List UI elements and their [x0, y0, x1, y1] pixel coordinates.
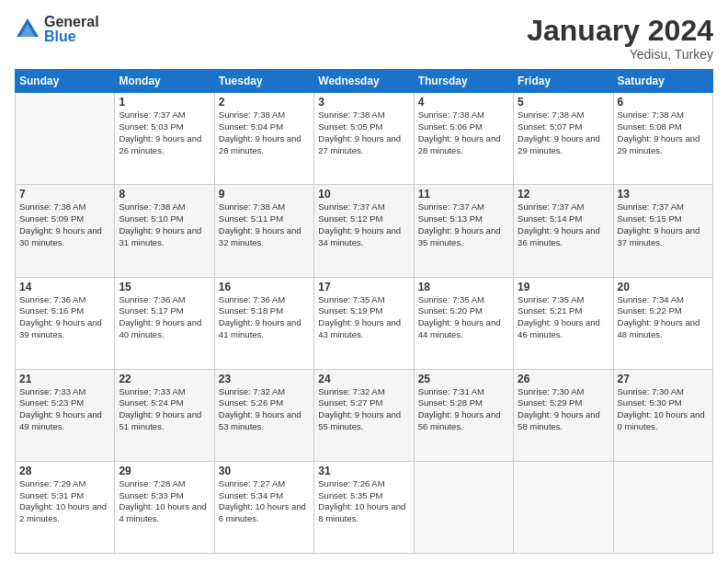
sun-info: Sunrise: 7:35 AMSunset: 5:20 PMDaylight:…: [418, 294, 509, 341]
calendar-table: SundayMondayTuesdayWednesdayThursdayFrid…: [15, 69, 713, 554]
day-number: 2: [219, 96, 310, 109]
title-area: January 2024 Yedisu, Turkey: [527, 15, 713, 62]
day-number: 13: [618, 188, 709, 201]
day-number: 21: [19, 373, 110, 385]
sun-info: Sunrise: 7:37 AMSunset: 5:12 PMDaylight:…: [318, 201, 409, 248]
sun-info: Sunrise: 7:38 AMSunset: 5:04 PMDaylight:…: [219, 109, 310, 156]
logo: General Blue: [15, 15, 99, 44]
day-number: 8: [119, 188, 210, 201]
header-cell-saturday: Saturday: [613, 70, 712, 93]
calendar-header: SundayMondayTuesdayWednesdayThursdayFrid…: [16, 70, 713, 93]
sun-info: Sunrise: 7:38 AMSunset: 5:06 PMDaylight:…: [418, 109, 509, 156]
logo-icon: [15, 17, 40, 42]
sun-info: Sunrise: 7:33 AMSunset: 5:24 PMDaylight:…: [119, 386, 210, 433]
logo-general: General: [44, 15, 99, 29]
sun-info: Sunrise: 7:35 AMSunset: 5:21 PMDaylight:…: [518, 294, 609, 341]
day-number: 1: [119, 96, 210, 109]
calendar-cell: [613, 461, 712, 553]
day-number: 29: [119, 465, 210, 477]
sun-info: Sunrise: 7:37 AMSunset: 5:03 PMDaylight:…: [119, 109, 210, 156]
day-number: 6: [618, 96, 709, 109]
calendar-cell: 21Sunrise: 7:33 AMSunset: 5:23 PMDayligh…: [16, 369, 115, 461]
day-number: 17: [318, 281, 409, 293]
calendar-cell: 20Sunrise: 7:34 AMSunset: 5:22 PMDayligh…: [613, 277, 712, 369]
sun-info: Sunrise: 7:36 AMSunset: 5:16 PMDaylight:…: [19, 294, 110, 341]
page: General Blue January 2024 Yedisu, Turkey…: [0, 0, 728, 563]
calendar-week-4: 21Sunrise: 7:33 AMSunset: 5:23 PMDayligh…: [16, 369, 713, 461]
calendar-cell: 11Sunrise: 7:37 AMSunset: 5:13 PMDayligh…: [414, 185, 513, 277]
calendar-body: 1Sunrise: 7:37 AMSunset: 5:03 PMDaylight…: [16, 93, 713, 554]
calendar-cell: 8Sunrise: 7:38 AMSunset: 5:10 PMDaylight…: [115, 185, 214, 277]
calendar-cell: 22Sunrise: 7:33 AMSunset: 5:24 PMDayligh…: [115, 369, 214, 461]
day-number: 27: [618, 373, 709, 385]
day-number: 16: [219, 281, 310, 293]
header-cell-friday: Friday: [514, 70, 613, 93]
calendar-cell: 18Sunrise: 7:35 AMSunset: 5:20 PMDayligh…: [414, 277, 513, 369]
logo-text: General Blue: [44, 15, 99, 44]
day-number: 31: [318, 465, 409, 477]
sun-info: Sunrise: 7:38 AMSunset: 5:08 PMDaylight:…: [618, 109, 709, 156]
sun-info: Sunrise: 7:33 AMSunset: 5:23 PMDaylight:…: [19, 386, 110, 433]
header: General Blue January 2024 Yedisu, Turkey: [15, 15, 713, 62]
header-cell-wednesday: Wednesday: [314, 70, 414, 93]
calendar-week-3: 14Sunrise: 7:36 AMSunset: 5:16 PMDayligh…: [16, 277, 713, 369]
day-number: 28: [19, 465, 110, 477]
sun-info: Sunrise: 7:26 AMSunset: 5:35 PMDaylight:…: [318, 478, 409, 525]
day-number: 9: [219, 188, 310, 201]
month-title: January 2024: [527, 15, 713, 47]
calendar-cell: 6Sunrise: 7:38 AMSunset: 5:08 PMDaylight…: [613, 93, 712, 185]
day-number: 22: [119, 373, 210, 385]
day-number: 24: [318, 373, 409, 385]
day-number: 12: [518, 188, 609, 201]
location: Yedisu, Turkey: [527, 47, 713, 62]
header-cell-monday: Monday: [115, 70, 214, 93]
calendar-cell: 1Sunrise: 7:37 AMSunset: 5:03 PMDaylight…: [115, 93, 214, 185]
calendar-cell: 23Sunrise: 7:32 AMSunset: 5:26 PMDayligh…: [214, 369, 313, 461]
calendar-cell: 4Sunrise: 7:38 AMSunset: 5:06 PMDaylight…: [414, 93, 513, 185]
day-number: 25: [418, 373, 509, 385]
calendar-cell: 25Sunrise: 7:31 AMSunset: 5:28 PMDayligh…: [414, 369, 513, 461]
day-number: 23: [219, 373, 310, 385]
logo-blue: Blue: [44, 29, 99, 44]
day-number: 19: [518, 281, 609, 293]
calendar-cell: 5Sunrise: 7:38 AMSunset: 5:07 PMDaylight…: [514, 93, 613, 185]
sun-info: Sunrise: 7:28 AMSunset: 5:33 PMDaylight:…: [119, 478, 210, 525]
calendar-week-1: 1Sunrise: 7:37 AMSunset: 5:03 PMDaylight…: [16, 93, 713, 185]
day-number: 10: [318, 188, 409, 201]
sun-info: Sunrise: 7:31 AMSunset: 5:28 PMDaylight:…: [418, 386, 509, 433]
day-number: 30: [219, 465, 310, 477]
day-number: 3: [318, 96, 409, 109]
sun-info: Sunrise: 7:30 AMSunset: 5:29 PMDaylight:…: [518, 386, 609, 433]
day-number: 11: [418, 188, 509, 201]
sun-info: Sunrise: 7:37 AMSunset: 5:14 PMDaylight:…: [518, 201, 609, 248]
calendar-week-5: 28Sunrise: 7:29 AMSunset: 5:31 PMDayligh…: [16, 461, 713, 553]
sun-info: Sunrise: 7:29 AMSunset: 5:31 PMDaylight:…: [19, 478, 110, 525]
calendar-cell: 28Sunrise: 7:29 AMSunset: 5:31 PMDayligh…: [16, 461, 115, 553]
sun-info: Sunrise: 7:37 AMSunset: 5:15 PMDaylight:…: [618, 201, 709, 248]
sun-info: Sunrise: 7:30 AMSunset: 5:30 PMDaylight:…: [618, 386, 709, 433]
calendar-cell: 2Sunrise: 7:38 AMSunset: 5:04 PMDaylight…: [214, 93, 313, 185]
calendar-cell: 29Sunrise: 7:28 AMSunset: 5:33 PMDayligh…: [115, 461, 214, 553]
calendar-cell: 7Sunrise: 7:38 AMSunset: 5:09 PMDaylight…: [16, 185, 115, 277]
sun-info: Sunrise: 7:38 AMSunset: 5:05 PMDaylight:…: [318, 109, 409, 156]
day-number: 4: [418, 96, 509, 109]
calendar-week-2: 7Sunrise: 7:38 AMSunset: 5:09 PMDaylight…: [16, 185, 713, 277]
day-number: 5: [518, 96, 609, 109]
sun-info: Sunrise: 7:36 AMSunset: 5:17 PMDaylight:…: [119, 294, 210, 341]
calendar-cell: 16Sunrise: 7:36 AMSunset: 5:18 PMDayligh…: [214, 277, 313, 369]
calendar-cell: 14Sunrise: 7:36 AMSunset: 5:16 PMDayligh…: [16, 277, 115, 369]
calendar-cell: 27Sunrise: 7:30 AMSunset: 5:30 PMDayligh…: [613, 369, 712, 461]
calendar-cell: 19Sunrise: 7:35 AMSunset: 5:21 PMDayligh…: [514, 277, 613, 369]
sun-info: Sunrise: 7:32 AMSunset: 5:27 PMDaylight:…: [318, 386, 409, 433]
calendar-cell: 15Sunrise: 7:36 AMSunset: 5:17 PMDayligh…: [115, 277, 214, 369]
day-number: 7: [19, 188, 110, 201]
sun-info: Sunrise: 7:36 AMSunset: 5:18 PMDaylight:…: [219, 294, 310, 341]
header-cell-thursday: Thursday: [414, 70, 513, 93]
sun-info: Sunrise: 7:35 AMSunset: 5:19 PMDaylight:…: [318, 294, 409, 341]
calendar-cell: 10Sunrise: 7:37 AMSunset: 5:12 PMDayligh…: [314, 185, 414, 277]
header-row: SundayMondayTuesdayWednesdayThursdayFrid…: [16, 70, 713, 93]
calendar-cell: [16, 93, 115, 185]
calendar-cell: 13Sunrise: 7:37 AMSunset: 5:15 PMDayligh…: [613, 185, 712, 277]
sun-info: Sunrise: 7:38 AMSunset: 5:10 PMDaylight:…: [119, 201, 210, 248]
header-cell-sunday: Sunday: [16, 70, 115, 93]
